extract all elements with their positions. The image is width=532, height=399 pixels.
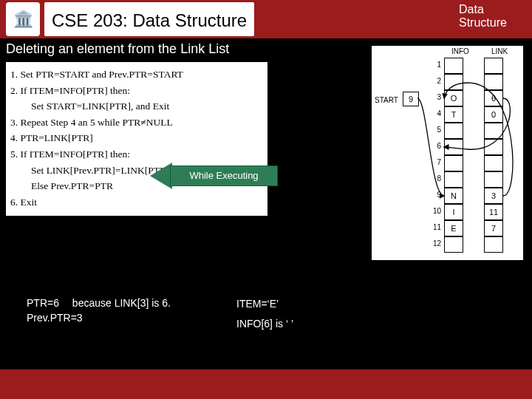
info-cell xyxy=(444,155,463,171)
info-cell xyxy=(444,139,463,155)
row-number: 2 xyxy=(432,77,441,85)
info-cell xyxy=(444,123,463,139)
algo-line: 1. Set PTR=START and Prev.PTR=START xyxy=(10,66,262,83)
logo-icon: 🏛️ xyxy=(13,11,33,27)
row-number: 1 xyxy=(432,61,441,69)
algo-line: 3. Repeat Step 4 an 5 while PTR≠NULL xyxy=(10,115,262,131)
link-cell: 6 xyxy=(484,90,503,106)
row-number: 8 xyxy=(432,174,441,183)
row-number: 9 xyxy=(432,191,441,199)
info-cell: I xyxy=(444,204,463,220)
info-cell xyxy=(444,74,463,90)
algo-line: 2. If ITEM=INFO[PTR] then: xyxy=(10,83,262,99)
link-cell xyxy=(484,74,503,90)
link-header: LINK xyxy=(491,47,508,55)
link-cell xyxy=(484,58,503,74)
callout-arrow-icon xyxy=(150,163,172,189)
link-cell xyxy=(484,171,503,188)
link-cell: 0 xyxy=(484,106,503,123)
info-cell: N xyxy=(444,188,463,204)
row-number: 3 xyxy=(432,93,441,101)
trace-block-left: PTR=6 because LINK[3] is 6. Prev.PTR=3 xyxy=(27,296,171,326)
info-cell: O xyxy=(444,90,463,106)
callout-box: While Executing xyxy=(170,166,278,186)
corner-label: Data Structure xyxy=(457,0,523,35)
link-cell xyxy=(484,139,503,155)
link-cell xyxy=(484,155,503,171)
start-label: START xyxy=(375,96,398,104)
trace-info: INFO[6] is ‘ ’ xyxy=(236,314,293,334)
info-cell xyxy=(444,58,463,74)
row-number: 4 xyxy=(432,109,441,117)
row-number: 6 xyxy=(432,142,441,150)
link-cell: 3 xyxy=(484,188,503,204)
link-cell xyxy=(484,123,503,139)
info-cell xyxy=(444,236,463,253)
row-number: 7 xyxy=(432,158,441,166)
info-cell xyxy=(444,171,463,188)
row-number: 12 xyxy=(432,239,441,248)
row-number: 10 xyxy=(432,207,441,215)
university-logo: 🏛️ xyxy=(6,2,40,36)
algo-line: 6. Exit xyxy=(10,194,262,211)
footer-bar xyxy=(0,369,532,399)
header-bar: 🏛️ CSE 203: Data Structure xyxy=(0,0,532,38)
algo-line: 5. If ITEM=INFO[PTR] then: xyxy=(10,146,262,163)
info-cell: T xyxy=(444,106,463,123)
algorithm-block: 1. Set PTR=START and Prev.PTR=START 2. I… xyxy=(6,62,267,216)
trace-ptr: PTR=6 because LINK[3] is 6. xyxy=(27,296,171,310)
link-cell: 7 xyxy=(484,220,503,236)
trace-block-right: ITEM=‘E’ INFO[6] is ‘ ’ xyxy=(236,294,293,333)
algo-line: Set START=LINK[PTR], and Exit xyxy=(10,98,262,115)
trace-prevptr: Prev.PTR=3 xyxy=(27,310,171,325)
link-cell: 11 xyxy=(484,204,503,220)
link-cell xyxy=(484,236,503,253)
row-number: 11 xyxy=(432,223,441,231)
info-cell: E xyxy=(444,220,463,236)
algo-line: 4. PTR=LINK[PTR] xyxy=(10,130,262,146)
row-number: 5 xyxy=(432,126,441,134)
info-header: INFO xyxy=(451,47,469,55)
course-title: CSE 203: Data Structure xyxy=(44,2,254,36)
trace-item: ITEM=‘E’ xyxy=(236,294,293,314)
linked-list-figure: INFO LINK START 9 123O64T056789N310I1111… xyxy=(372,46,523,260)
start-box: 9 xyxy=(403,92,419,106)
slide-subtitle: Deleting an element from the Link List xyxy=(0,38,235,60)
